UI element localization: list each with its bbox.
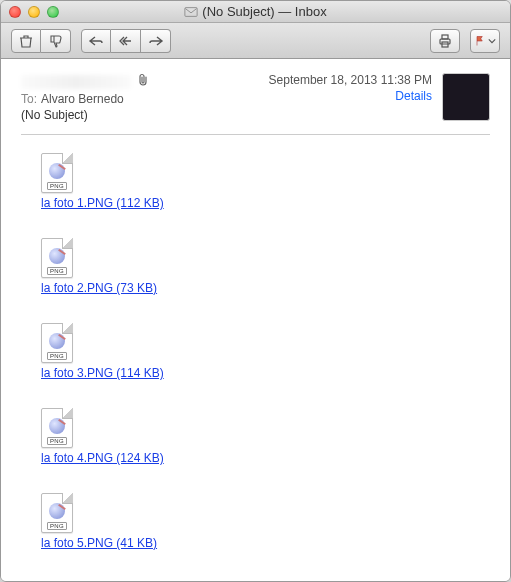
file-type-badge: PNG: [47, 182, 67, 190]
reply-arrow-icon: [88, 33, 104, 49]
file-type-badge: PNG: [47, 352, 67, 360]
svg-rect-0: [185, 7, 197, 16]
file-icon[interactable]: PNG: [41, 493, 73, 533]
flag-button[interactable]: [470, 29, 500, 53]
reply-all-button[interactable]: [111, 29, 141, 53]
to-label: To:: [21, 92, 37, 106]
preview-glyph-icon: [49, 248, 65, 264]
junk-button[interactable]: [41, 29, 71, 53]
preview-glyph-icon: [49, 418, 65, 434]
attachment-link[interactable]: la foto 5.PNG (41 KB): [41, 536, 157, 550]
envelope-icon: [184, 5, 198, 19]
message-header: To:Alvaro Bernedo (No Subject) September…: [21, 73, 490, 122]
file-icon[interactable]: PNG: [41, 153, 73, 193]
attachment-item: PNGla foto 1.PNG (112 KB): [41, 153, 490, 210]
subject-line: (No Subject): [21, 108, 259, 122]
file-type-badge: PNG: [47, 267, 67, 275]
attachment-item: PNGla foto 5.PNG (41 KB): [41, 493, 490, 550]
header-divider: [21, 134, 490, 135]
file-type-badge: PNG: [47, 522, 67, 530]
attachment-link[interactable]: la foto 2.PNG (73 KB): [41, 281, 157, 295]
message-date: September 18, 2013 11:38 PM: [269, 73, 432, 87]
forward-button[interactable]: [141, 29, 171, 53]
delete-button[interactable]: [11, 29, 41, 53]
window-titlebar: (No Subject) — Inbox: [1, 1, 510, 23]
file-type-badge: PNG: [47, 437, 67, 445]
trash-icon: [18, 33, 34, 49]
minimize-window-button[interactable]: [28, 6, 40, 18]
attachment-item: PNGla foto 3.PNG (114 KB): [41, 323, 490, 380]
chevron-down-icon: [488, 37, 496, 45]
file-icon[interactable]: PNG: [41, 238, 73, 278]
reply-button[interactable]: [81, 29, 111, 53]
toolbar: [1, 23, 510, 59]
reply-all-arrow-icon: [118, 33, 134, 49]
close-window-button[interactable]: [9, 6, 21, 18]
window-title: (No Subject) — Inbox: [202, 4, 326, 19]
preview-glyph-icon: [49, 503, 65, 519]
preview-glyph-icon: [49, 333, 65, 349]
thumbs-down-icon: [48, 33, 64, 49]
forward-arrow-icon: [148, 33, 164, 49]
attachment-item: PNGla foto 2.PNG (73 KB): [41, 238, 490, 295]
attachment-link[interactable]: la foto 4.PNG (124 KB): [41, 451, 164, 465]
attachment-link[interactable]: la foto 3.PNG (114 KB): [41, 366, 164, 380]
svg-rect-2: [442, 35, 448, 39]
zoom-window-button[interactable]: [47, 6, 59, 18]
print-button[interactable]: [430, 29, 460, 53]
from-name: [21, 75, 131, 89]
printer-icon: [437, 33, 453, 49]
attachment-link[interactable]: la foto 1.PNG (112 KB): [41, 196, 164, 210]
file-icon[interactable]: PNG: [41, 323, 73, 363]
preview-glyph-icon: [49, 163, 65, 179]
details-link[interactable]: Details: [395, 89, 432, 103]
attachment-item: PNGla foto 4.PNG (124 KB): [41, 408, 490, 465]
file-icon[interactable]: PNG: [41, 408, 73, 448]
sender-avatar: [442, 73, 490, 121]
to-value: Alvaro Bernedo: [41, 92, 124, 106]
attachment-indicator-icon: [137, 73, 149, 90]
flag-icon: [474, 35, 486, 47]
